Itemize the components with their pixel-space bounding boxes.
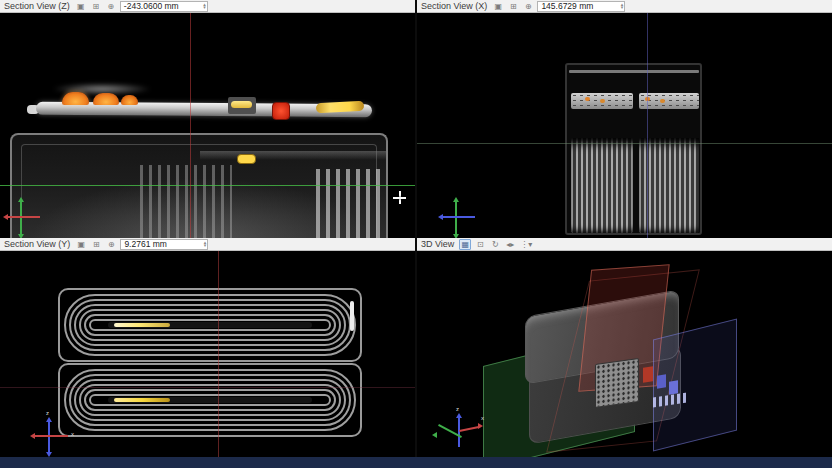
axis-label-z: z xyxy=(46,410,49,416)
jellyroll-stack xyxy=(571,138,633,233)
orange-defect-blob xyxy=(660,99,665,103)
section-x-header: Section View (X) ▣ ⊞ ⊕ 145.6729 mm ▴ ▾ xyxy=(417,0,832,13)
x-axis-arrow xyxy=(34,435,68,437)
blue-component xyxy=(657,374,666,388)
fit-view-icon[interactable]: ⊡ xyxy=(474,239,486,250)
section-x-position-field[interactable]: 145.6729 mm ▴ ▾ xyxy=(537,1,625,12)
view-cube-icon[interactable]: ▦ xyxy=(459,239,471,250)
rotate-view-icon[interactable]: ↻ xyxy=(489,239,501,250)
yellow-defect-pill xyxy=(231,101,252,108)
section-y-viewport[interactable]: z x xyxy=(0,251,415,457)
axis-label-z: z xyxy=(456,406,459,412)
arrowhead-icon xyxy=(46,417,52,422)
arrowhead-icon xyxy=(456,413,462,418)
section-z-position-value: -243.0600 mm xyxy=(124,1,179,11)
bookmark-icon[interactable]: ▣ xyxy=(75,1,87,12)
spin-down-icon[interactable]: ▾ xyxy=(621,6,624,10)
more-options-icon[interactable]: ⋮ ▾ xyxy=(519,239,533,250)
yellow-tab-streak xyxy=(114,398,170,402)
center-icon[interactable]: ⊕ xyxy=(522,1,534,12)
axis-label-x: x xyxy=(481,415,484,421)
section-line-z[interactable] xyxy=(647,13,648,238)
red-defect-blob xyxy=(272,102,290,120)
arrowhead-icon xyxy=(18,197,24,202)
orange-defect-blob xyxy=(93,93,119,105)
case-top-edge xyxy=(569,70,699,73)
quadrant-3d: 3D View ▦ ⊡ ↻ ◂▸ ⋮ ▾ xyxy=(417,238,832,457)
view-3d-viewport[interactable]: z x xyxy=(417,251,832,457)
bookmark-icon[interactable]: ▣ xyxy=(75,239,87,250)
lid-plate xyxy=(639,93,699,109)
axis-gizmo xyxy=(6,199,42,237)
x-axis-arrow xyxy=(8,216,40,218)
casing-bright-band xyxy=(200,151,386,160)
center-icon[interactable]: ⊕ xyxy=(105,239,117,250)
bottom-bar xyxy=(0,457,832,468)
section-y-position-field[interactable]: 9.2761 mm ▴ ▾ xyxy=(120,239,208,250)
axis-gizmo: z x xyxy=(34,417,70,455)
y-axis-arrow xyxy=(20,201,22,235)
section-x-viewport[interactable] xyxy=(417,13,832,238)
red-component xyxy=(643,366,653,382)
quadrant-section-y: Section View (Y) ▣ ⊞ ⊕ 9.2761 mm ▴ ▾ xyxy=(0,238,415,457)
section-z-viewport[interactable] xyxy=(0,13,415,238)
bookmark-icon[interactable]: ▣ xyxy=(492,1,504,12)
yellow-tab-streak xyxy=(114,323,170,327)
position-spinner[interactable]: ▴ ▾ xyxy=(619,3,624,10)
orange-defect-blob xyxy=(585,97,590,101)
section-line-y[interactable] xyxy=(0,185,415,186)
grid-icon[interactable]: ⊞ xyxy=(90,239,102,250)
section-x-title: Section View (X) xyxy=(421,1,487,11)
electrode-stripes xyxy=(140,165,232,238)
more-icon: ⋮ xyxy=(520,240,528,249)
section-y-title: Section View (Y) xyxy=(4,239,70,249)
clip-toggle-icon[interactable]: ◂▸ xyxy=(504,239,516,250)
arrowhead-icon xyxy=(30,433,35,439)
section-line-x[interactable] xyxy=(218,251,219,457)
spin-down-icon[interactable]: ▾ xyxy=(203,6,206,10)
electrode-stripes xyxy=(316,169,386,238)
position-spinner[interactable]: ▴ ▾ xyxy=(201,3,206,10)
section-z-position-field[interactable]: -243.0600 mm ▴ ▾ xyxy=(120,1,208,12)
white-marker-bar xyxy=(350,301,354,331)
section-y-header: Section View (Y) ▣ ⊞ ⊕ 9.2761 mm ▴ ▾ xyxy=(0,238,415,251)
spin-down-icon[interactable]: ▾ xyxy=(204,244,207,248)
section-line-z[interactable] xyxy=(0,387,415,388)
z-axis-arrow xyxy=(48,421,50,453)
yellow-defect-pill xyxy=(237,154,256,164)
position-spinner[interactable]: ▴ ▾ xyxy=(202,241,207,248)
center-icon[interactable]: ⊕ xyxy=(105,1,117,12)
cell-can xyxy=(58,363,362,437)
section-line-x[interactable] xyxy=(190,13,191,238)
quadrant-section-x: Section View (X) ▣ ⊞ ⊕ 145.6729 mm ▴ ▾ xyxy=(417,0,832,238)
section-z-header: Section View (Z) ▣ ⊞ ⊕ -243.0600 mm ▴ ▾ xyxy=(0,0,415,13)
section-line-y[interactable] xyxy=(417,143,832,144)
y-axis-arrow xyxy=(455,201,457,235)
arrowhead-icon xyxy=(432,432,437,438)
x-axis-arrow xyxy=(459,426,479,432)
axis-label-x: x xyxy=(71,431,74,437)
section-y-position-value: 9.2761 mm xyxy=(124,239,167,249)
quadrant-section-z: Section View (Z) ▣ ⊞ ⊕ -243.0600 mm ▴ ▾ xyxy=(0,0,415,238)
grid-icon[interactable]: ⊞ xyxy=(507,1,519,12)
orange-defect-blob xyxy=(62,92,89,105)
view-3d-title: 3D View xyxy=(421,239,454,249)
component-block xyxy=(228,97,256,114)
arrowhead-icon xyxy=(453,197,459,202)
axis-gizmo-3d: z x xyxy=(439,413,483,453)
z-axis-arrow xyxy=(443,216,475,218)
vent-grille xyxy=(595,358,639,408)
pan-cursor-icon xyxy=(393,191,406,204)
arrowhead-icon xyxy=(3,214,8,220)
axis-gizmo xyxy=(441,199,477,237)
section-x-position-value: 145.6729 mm xyxy=(541,1,593,11)
blue-component xyxy=(669,380,678,394)
section-z-title: Section View (Z) xyxy=(4,1,70,11)
cell-can xyxy=(58,288,362,362)
grid-icon[interactable]: ⊞ xyxy=(90,1,102,12)
arrowhead-icon xyxy=(478,423,483,429)
jellyroll-stack xyxy=(639,138,699,233)
dropdown-caret-icon: ▾ xyxy=(528,240,532,249)
view-3d-header: 3D View ▦ ⊡ ↻ ◂▸ ⋮ ▾ xyxy=(417,238,832,251)
orange-defect-blob xyxy=(600,99,605,103)
